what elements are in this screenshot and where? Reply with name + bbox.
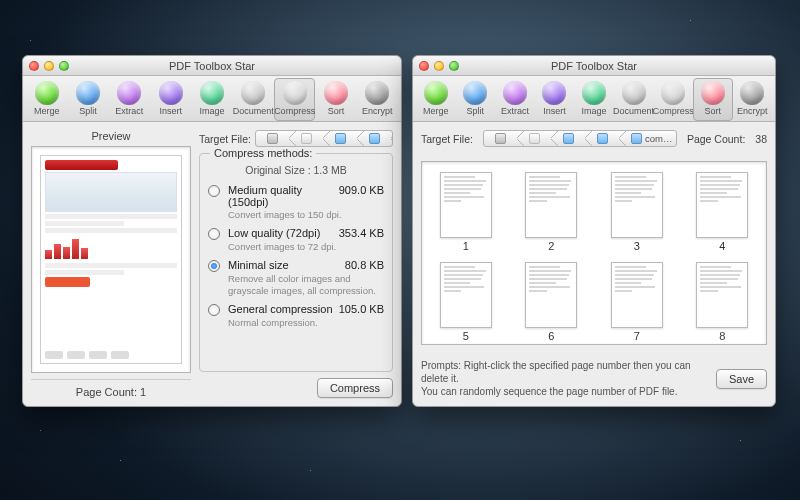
encrypt-icon [365,81,389,105]
target-file-breadcrumb[interactable]: Leading-Deb… [255,130,393,147]
page-thumbnail[interactable] [611,262,663,328]
toolbar-item-sort[interactable]: Sort [693,78,733,121]
page-thumbnail[interactable] [696,172,748,238]
page-thumbnail[interactable] [525,262,577,328]
prompts-text: Prompts: Right-click the specified page … [421,359,706,398]
page-cell[interactable]: 7 [603,262,671,345]
page-number: 7 [634,330,640,342]
toolbar-item-label: Document [613,106,654,116]
document-icon [241,81,265,105]
toolbar-item-sort[interactable]: Sort [315,78,356,121]
page-count-value: 1 [140,386,146,398]
compress-option-general[interactable]: General compression105.0 KBNormal compre… [208,303,384,329]
page-number: 4 [719,240,725,252]
radio-icon[interactable] [208,185,220,197]
breadcrumb-segment[interactable] [552,131,586,146]
page-count-label: Page Count: [76,386,137,398]
page-number: 3 [634,240,640,252]
zoom-icon[interactable] [59,61,69,71]
toolbar-item-split[interactable]: Split [67,78,108,121]
toolbar-item-document[interactable]: Document [233,78,274,121]
zoom-icon[interactable] [449,61,459,71]
titlebar[interactable]: PDF Toolbox Star [413,56,775,76]
window-compress: PDF Toolbox Star MergeSplitExtractInsert… [22,55,402,407]
compress-option-minimal[interactable]: Minimal size80.8 KBRemove all color imag… [208,259,384,297]
page-thumbnail[interactable] [440,172,492,238]
breadcrumb-segment[interactable]: Leading-Deb… [392,131,393,146]
compress-option-medium[interactable]: Medium quality (150dpi)909.0 KBConvert i… [208,184,384,221]
page-cell[interactable]: 1 [432,172,500,258]
document-thumbnail [40,155,182,364]
toolbar-item-label: Encrypt [362,106,393,116]
breadcrumb-label: com… [645,133,672,144]
titlebar[interactable]: PDF Toolbox Star [23,56,401,76]
compress-button[interactable]: Compress [317,378,393,398]
breadcrumb-segment[interactable] [324,131,358,146]
toolbar-item-split[interactable]: Split [456,78,496,121]
pages-grid-pane[interactable]: 12345678 [421,161,767,345]
toolbar-item-extract[interactable]: Extract [495,78,535,121]
breadcrumb-segment[interactable]: com… [620,131,677,146]
page-thumbnail[interactable] [696,262,748,328]
page-thumbnail[interactable] [611,172,663,238]
merge-icon [424,81,448,105]
page-number: 1 [463,240,469,252]
option-size: 105.0 KB [339,303,384,315]
page-cell[interactable]: 3 [603,172,671,258]
close-icon[interactable] [29,61,39,71]
window-title: PDF Toolbox Star [23,60,401,72]
option-label: General compression [228,303,333,315]
minimize-icon[interactable] [434,61,444,71]
extract-icon [117,81,141,105]
target-file-breadcrumb[interactable]: com… [483,130,677,147]
toolbar-item-document[interactable]: Document [614,78,654,121]
page-cell[interactable]: 8 [689,262,757,345]
fold-icon [335,133,346,144]
page-count-line: Page Count: 1 [31,379,191,398]
breadcrumb-segment[interactable] [484,131,518,146]
minimize-icon[interactable] [44,61,54,71]
close-icon[interactable] [419,61,429,71]
breadcrumb-segment[interactable] [290,131,324,146]
save-button[interactable]: Save [716,369,767,389]
radio-icon[interactable] [208,260,220,272]
toolbar-item-label: Sort [704,106,721,116]
breadcrumb-segment[interactable] [358,131,392,146]
fold-icon [369,133,380,144]
option-desc: Convert images to 150 dpi. [228,209,384,221]
page-cell[interactable]: 4 [689,172,757,258]
compress-option-low[interactable]: Low quality (72dpi)353.4 KBConvert image… [208,227,384,253]
toolbar-item-label: Insert [543,106,566,116]
compress-icon [283,81,307,105]
breadcrumb-segment[interactable] [586,131,620,146]
toolbar-item-insert[interactable]: Insert [535,78,575,121]
toolbar-item-label: Merge [423,106,449,116]
breadcrumb-segment[interactable] [256,131,290,146]
toolbar-item-compress[interactable]: Compress [274,78,315,121]
target-file-label: Target File: [199,133,251,145]
toolbar-item-insert[interactable]: Insert [150,78,191,121]
toolbar-item-encrypt[interactable]: Encrypt [357,78,398,121]
radio-icon[interactable] [208,304,220,316]
fold-icon [631,133,642,144]
toolbar-item-label: Extract [501,106,529,116]
page-thumbnail[interactable] [525,172,577,238]
page-cell[interactable]: 5 [432,262,500,345]
toolbar-item-label: Image [582,106,607,116]
page-cell[interactable]: 6 [518,262,586,345]
toolbar-item-encrypt[interactable]: Encrypt [733,78,773,121]
toolbar-item-image[interactable]: Image [191,78,232,121]
page-thumbnail[interactable] [440,262,492,328]
toolbar-item-extract[interactable]: Extract [109,78,150,121]
preview-heading: Preview [31,130,191,142]
toolbar-item-label: Document [233,106,274,116]
breadcrumb-segment[interactable] [518,131,552,146]
toolbar-item-compress[interactable]: Compress [653,78,693,121]
page-number: 6 [548,330,554,342]
toolbar-item-merge[interactable]: Merge [416,78,456,121]
toolbar-item-image[interactable]: Image [574,78,614,121]
disk-icon [495,133,506,144]
page-cell[interactable]: 2 [518,172,586,258]
toolbar-item-merge[interactable]: Merge [26,78,67,121]
radio-icon[interactable] [208,228,220,240]
